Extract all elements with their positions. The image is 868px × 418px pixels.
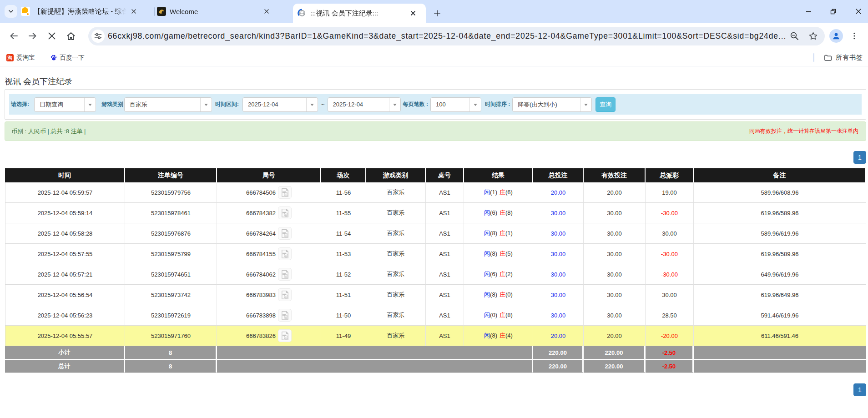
folder-icon	[823, 53, 833, 62]
video-replay-button[interactable]	[278, 309, 292, 322]
video-replay-button[interactable]	[278, 268, 292, 281]
round-number: 666783983	[246, 292, 276, 298]
tab-haiyan-forum[interactable]: 【新提醒】海燕策略论坛 - 综合	[21, 0, 150, 23]
zoom-indicator-button[interactable]	[787, 28, 802, 44]
restore-icon	[830, 9, 836, 15]
date-end-picker[interactable]: 2025-12-04	[328, 97, 401, 112]
cell-round: 666784506	[217, 182, 321, 203]
cell-valid-bet: 20.00	[584, 326, 646, 346]
select-type-label: 请选择:	[11, 101, 29, 108]
cell-total-bet[interactable]: 20.00	[533, 182, 584, 203]
bookmark-star-button[interactable]	[805, 28, 821, 44]
video-replay-button[interactable]	[278, 288, 292, 301]
all-bookmarks[interactable]: 所有书签	[813, 53, 863, 62]
omnibox[interactable]: 66cxkj98.com/game/betrecord_search/kind3…	[88, 27, 825, 45]
search-button[interactable]: 查询	[595, 97, 616, 112]
tab-close-icon[interactable]	[130, 8, 137, 15]
url-text[interactable]: 66cxkj98.com/game/betrecord_search/kind3…	[108, 31, 787, 41]
site-info-button[interactable]	[91, 30, 105, 43]
cell-total-bet[interactable]: 30.00	[533, 264, 584, 285]
date-start-picker[interactable]: 2025-12-04	[242, 97, 318, 112]
combo-arrow-icon[interactable]	[389, 98, 400, 111]
video-replay-button[interactable]	[278, 206, 292, 219]
combo-arrow-icon[interactable]	[84, 98, 96, 111]
column-header: 场次	[321, 168, 366, 182]
all-bookmarks-label: 所有书签	[836, 54, 863, 62]
result-player-points: (6)	[490, 209, 497, 216]
minimize-button[interactable]	[798, 0, 819, 23]
tab-betrecord-active[interactable]: :::视讯 会员下注纪录:::	[293, 4, 426, 23]
subtotal-spacer	[217, 346, 533, 359]
round-number: 666784382	[246, 210, 276, 217]
video-replay-button[interactable]	[278, 329, 292, 342]
cell-game-type: 百家乐	[366, 244, 426, 264]
result-player-points: (8)	[490, 230, 497, 237]
cell-note: 619.96/589.96	[694, 203, 866, 223]
cell-bet-id: 523015979756	[125, 182, 217, 203]
video-replay-button[interactable]	[278, 247, 292, 260]
stop-loading-button[interactable]	[44, 28, 60, 44]
tab-welcome[interactable]: Welcome	[157, 0, 287, 23]
tab-close-icon[interactable]	[409, 10, 417, 17]
cell-valid-bet: 30.00	[584, 223, 646, 244]
three-dots-icon	[850, 32, 858, 40]
page-1-button[interactable]: 1	[853, 383, 866, 396]
browser-menu-button[interactable]	[848, 29, 861, 43]
cell-total-bet[interactable]: 30.00	[533, 305, 584, 326]
combo-arrow-icon[interactable]	[580, 98, 591, 111]
bookmark-baidu[interactable]: 百度一下	[47, 51, 87, 64]
tab-close-icon[interactable]	[263, 8, 270, 15]
forward-button[interactable]	[25, 28, 40, 44]
table-row[interactable]: 2025-12-04 05:55:57 523015971760 6667838…	[5, 326, 866, 346]
profile-avatar-button[interactable]	[829, 29, 843, 43]
time-sort-value: 降幂(由大到小)	[513, 98, 580, 111]
result-banker: 庄	[500, 271, 505, 277]
table-row[interactable]: 2025-12-04 05:58:28 523015976876 6667842…	[5, 223, 866, 244]
query-type-combobox[interactable]: 日期查询	[34, 97, 96, 112]
cell-table-no: AS1	[426, 244, 464, 264]
table-row[interactable]: 2025-12-04 05:59:14 523015978461 6667843…	[5, 203, 866, 223]
close-window-button[interactable]	[848, 0, 868, 23]
time-sort-combobox[interactable]: 降幂(由大到小)	[512, 97, 592, 112]
bookmarks-bar: 淘 爱淘宝 百度一下 所有书签	[0, 49, 868, 66]
result-player-points: (8)	[490, 250, 497, 257]
video-replay-button[interactable]	[278, 227, 292, 240]
table-row[interactable]: 2025-12-04 05:56:23 523015972619 6667838…	[5, 305, 866, 326]
page-size-combobox[interactable]: 100	[430, 97, 481, 112]
back-button[interactable]	[6, 28, 21, 44]
cell-valid-bet: 30.00	[584, 305, 646, 326]
cell-note: 649.96/619.96	[694, 264, 866, 285]
table-summary: 小计 8 220.00 220.00 -2.50 总计 8 220.00 220…	[5, 346, 866, 373]
bookmark-aitaobao[interactable]: 淘 爱淘宝	[4, 51, 38, 64]
page-1-button[interactable]: 1	[853, 151, 866, 164]
combo-arrow-icon[interactable]	[200, 98, 212, 111]
cell-game-type: 百家乐	[366, 264, 426, 285]
cell-total-bet[interactable]: 30.00	[533, 223, 584, 244]
table-row[interactable]: 2025-12-04 05:57:21 523015974651 6667840…	[5, 264, 866, 285]
cell-result: 闲(8)庄(1)	[464, 223, 533, 244]
combo-arrow-icon[interactable]	[306, 98, 318, 111]
game-type-label: 游戏类别	[101, 101, 123, 108]
game-type-combobox[interactable]: 百家乐	[124, 97, 212, 112]
cell-total-bet[interactable]: 30.00	[533, 244, 584, 264]
round-number: 666784264	[246, 230, 276, 237]
cell-note: 591.46/619.96	[694, 305, 866, 326]
table-row[interactable]: 2025-12-04 05:56:54 523015973742 6667839…	[5, 285, 866, 305]
restore-button[interactable]	[823, 0, 843, 23]
cell-bet-id: 523015974651	[125, 264, 217, 285]
combo-arrow-icon[interactable]	[469, 98, 481, 111]
tab-search-button[interactable]	[5, 5, 17, 18]
subtotal-count: 8	[125, 346, 217, 359]
video-file-icon	[280, 187, 290, 198]
video-replay-button[interactable]	[278, 186, 292, 199]
time-sort-label: 时间排序 :	[485, 101, 510, 108]
table-row[interactable]: 2025-12-04 05:57:55 523015975799 6667841…	[5, 244, 866, 264]
cell-total-bet[interactable]: 20.00	[533, 326, 584, 346]
new-tab-button[interactable]	[431, 7, 444, 20]
result-banker-points: (4)	[505, 332, 513, 339]
cell-total-bet[interactable]: 30.00	[533, 285, 584, 305]
column-header: 时间	[5, 168, 125, 182]
table-row[interactable]: 2025-12-04 05:59:57 523015979756 6667845…	[5, 182, 866, 203]
cell-total-bet[interactable]: 30.00	[533, 203, 584, 223]
home-button[interactable]	[63, 28, 79, 44]
